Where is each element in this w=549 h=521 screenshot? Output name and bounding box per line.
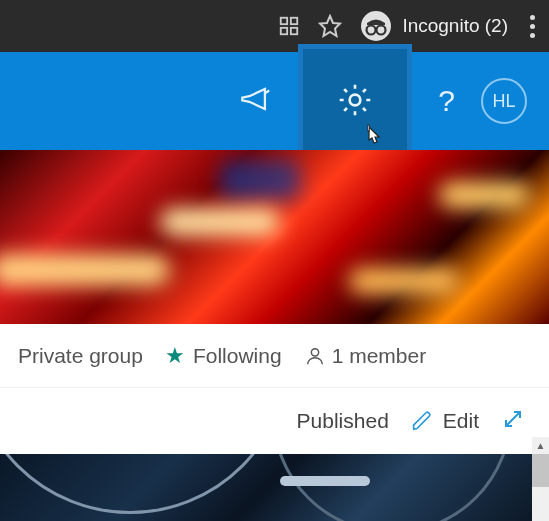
members-link[interactable]: 1 member: [304, 344, 427, 368]
hero-banner: [0, 150, 549, 324]
person-icon: [304, 345, 326, 367]
star-icon: ★: [165, 343, 185, 369]
svg-point-5: [361, 11, 391, 41]
expand-icon: [501, 407, 525, 431]
incognito-icon: [360, 10, 392, 42]
help-button[interactable]: ?: [438, 84, 455, 118]
scrollbar[interactable]: ▲: [532, 454, 549, 521]
scroll-up-arrow-icon[interactable]: ▲: [532, 437, 549, 454]
settings-button[interactable]: [298, 44, 412, 156]
scrollbar-thumb[interactable]: [532, 454, 549, 487]
extensions-icon[interactable]: [278, 15, 300, 37]
edit-button[interactable]: Edit: [411, 409, 479, 433]
avatar-initials: HL: [492, 91, 515, 112]
publish-status-label: Published: [297, 409, 389, 433]
svg-rect-3: [291, 28, 297, 34]
expand-button[interactable]: [501, 407, 525, 436]
svg-rect-2: [281, 28, 287, 34]
follow-toggle[interactable]: Following: [193, 344, 282, 368]
svg-point-12: [311, 348, 318, 355]
svg-rect-0: [281, 18, 287, 24]
edit-label: Edit: [443, 409, 479, 433]
incognito-label: Incognito (2): [402, 15, 508, 37]
member-count-text: 1 member: [332, 344, 427, 368]
page-toolbar: Published Edit: [0, 388, 549, 454]
content-area: ▲: [0, 454, 549, 521]
content-image: [0, 454, 532, 521]
pencil-icon: [411, 410, 433, 432]
bookmark-star-icon[interactable]: [318, 14, 342, 38]
svg-rect-11: [368, 125, 370, 131]
avatar[interactable]: HL: [481, 78, 527, 124]
incognito-badge[interactable]: Incognito (2): [360, 10, 508, 42]
svg-point-10: [350, 95, 361, 106]
svg-line-13: [506, 412, 520, 426]
svg-marker-4: [320, 16, 340, 36]
pointer-cursor-icon: [359, 123, 387, 153]
group-info-bar: Private group ★ Following 1 member: [0, 324, 549, 388]
browser-chrome-bar: Incognito (2): [0, 0, 549, 52]
svg-rect-1: [291, 18, 297, 24]
browser-menu-icon[interactable]: [526, 11, 539, 42]
megaphone-icon[interactable]: [238, 82, 272, 120]
group-privacy-label: Private group: [18, 344, 143, 368]
gear-icon: [335, 80, 375, 120]
site-header: ? HL: [0, 52, 549, 150]
